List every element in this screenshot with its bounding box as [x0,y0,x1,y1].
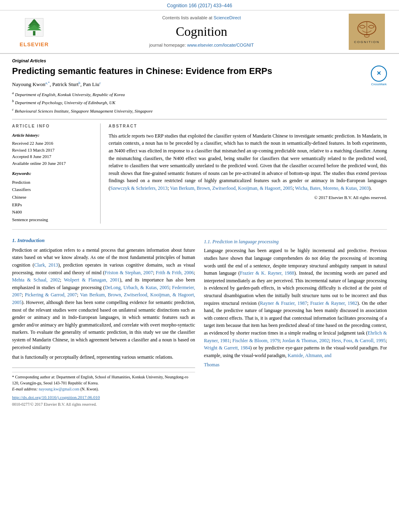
crossmark-label: CrossMark [371,82,387,86]
abstract-col: ABSTRACT This article reports two ERP st… [109,123,387,224]
abstract-header: ABSTRACT [109,123,387,129]
main-left-col: 1. Introduction Prediction or anticipati… [12,235,195,407]
ref-vanberkum2005[interactable]: Van Berkum, Brown, Zwitserlood, Kooijman… [170,185,293,191]
ref-friston2007[interactable]: Friston & Stephan, 2007 [105,270,153,275]
author-2-name: Patrick Sturt [52,81,78,87]
article-footer: * Corresponding author at: Department of… [12,368,195,407]
star-footnote: * Corresponding author at: Department of… [12,372,195,392]
ref-fischler1979[interactable]: Fischler & Bloom, 1979 [232,338,280,343]
ref-delong2005[interactable]: DeLong, Urbach, & Kutas, 2005 [105,285,169,290]
article-info-col: ARTICLE INFO Article history: Received 2… [12,123,101,224]
affil-sup-1: a [12,91,14,95]
section-label: Original Articles [12,58,387,64]
ref-frith2006[interactable]: Frith & Frith, 2006 [156,270,193,275]
journal-name: Cognition [60,23,343,41]
affil-sup-3: c [12,107,14,111]
cognition-logo-box: COGNITION [349,14,385,50]
doi-text: Cognition 166 (2017) 433–446 [167,3,232,8]
keyword-prediction: Prediction [12,179,94,186]
sub-heading-1: 1.1. Prediction in language processing [204,238,387,245]
cognition-logo-label: COGNITION [354,40,379,44]
author-1-name: Nayoung Kwon [12,81,45,87]
keyword-chinese: Chinese [12,193,94,201]
ref-wolpert2001[interactable]: Wolpert & Flanagan, 2001 [64,277,120,283]
article-title: Predicting semantic features in Chinese:… [12,66,387,77]
history-revised: Revised 13 March 2017 [12,147,94,154]
ref-wicha[interactable]: Wicha, Bates, Moreno, & Kutas, 2003 [295,185,369,191]
keyword-n400: N400 [12,208,94,216]
crossmark-icon[interactable]: ✕ [371,66,387,82]
elsevier-logo-area: ELSEVIER [8,15,60,48]
keyword-sentence: Sentence processing [12,216,94,224]
ref-frazier1982[interactable]: Frazier & Rayner, 1982 [310,300,357,306]
footnote-star-text: * Corresponding author at: Department of… [12,375,188,391]
cognition-brain-icon [355,19,379,39]
footnote-email[interactable]: nayoung.kw@gmail.com [39,387,79,391]
ref-wright1984[interactable]: Wright & Garrett, 1984 [204,345,250,351]
page: Cognition 166 (2017) 433–446 ELSEVIER [0,0,399,532]
intro-heading: 1. Introduction [12,237,195,244]
copyright-line: © 2017 Elsevier B.V. All rights reserved… [109,195,387,201]
ref-clark2013[interactable]: Clark, 2013 [34,262,58,268]
footer-doi[interactable]: http://dx.doi.org/10.1016/j.cognition.20… [12,394,195,401]
journal-center: Contents lists available at ScienceDirec… [60,15,343,49]
thomas-ref: Thomas [204,361,387,369]
keywords-label: Keywords: [12,170,94,177]
intro-para1: Prediction or anticipation refers to a m… [12,246,195,351]
ref-thomas[interactable]: Thomas [204,362,220,368]
authors-line: Nayoung Kwona,*, Patrick Sturtb, Pan Liu… [12,80,387,88]
sciencedirect-link[interactable]: ScienceDirect [214,15,241,20]
keyword-classifiers: Classifiers [12,186,94,193]
keyword-erps: ERPs [12,201,94,209]
main-right-col: 1.1. Prediction in language processing L… [204,235,387,407]
ref-pickering2007[interactable]: Pickering & Garrod, 2007 [25,292,77,298]
svg-rect-1 [33,31,35,35]
ref-hess1995[interactable]: Hess, Foss, & Carroll, 1995 [331,338,385,343]
affil-2: b Department of Psychology, University o… [12,99,387,106]
intro-para1-cont: that is functionally or perceptually def… [12,353,195,361]
ref-rayner1987[interactable]: Rayner & Frazier, 1987 [260,300,307,306]
history-online: Available online 20 June 2017 [12,160,94,167]
affil-3: c Behavioural Sciences Institute, Singap… [12,107,387,114]
journal-header: ELSEVIER Contents lists available at Sci… [0,10,399,54]
main-content: 1. Introduction Prediction or anticipati… [12,235,387,407]
author-3-name: Pan Liu [83,81,99,87]
history-accepted: Accepted 8 June 2017 [12,153,94,160]
affiliations: a Department of English, Konkuk Universi… [12,90,387,114]
elsevier-tree-icon [22,15,46,39]
author-3-sup: c [99,81,101,85]
ref-frazier1988[interactable]: Frazier & K. Rayner, 1988 [240,270,294,276]
doi-bar: Cognition 166 (2017) 433–446 [0,0,399,10]
right-col-para1: Language processing has been argued to b… [204,247,387,359]
crossmark[interactable]: ✕ CrossMark [371,66,387,86]
affil-sup-2: b [12,99,14,103]
history-received: Received 22 June 2016 [12,140,94,147]
contents-line: Contents lists available at ScienceDirec… [60,15,343,21]
homepage-line: journal homepage: www.elsevier.com/locat… [60,42,343,48]
affil-1: a Department of English, Konkuk Universi… [12,90,387,98]
footer-copyright: 0010-0277/© 2017 Elsevier B.V. All right… [12,402,195,407]
section-divider [12,229,387,230]
cognition-logo-area: COGNITION [343,14,391,50]
author-1-sup: a,* [45,81,50,85]
abstract-text: This article reports two ERP studies tha… [109,132,387,192]
ref-mehta2002[interactable]: Mehta & Schaal, 2002 [12,277,60,283]
ref-szewczyk[interactable]: Szewczyk & Schriefers, 2013 [110,185,168,191]
info-abstract-section: ARTICLE INFO Article history: Received 2… [12,119,387,224]
history-label: Article history: [12,132,94,138]
ref-jordan2002[interactable]: Jordan & Thomas, 2002 [282,338,329,343]
elsevier-label: ELSEVIER [20,41,49,48]
ref-kamide-altmann[interactable]: Kamide, Altmann, and [288,353,331,358]
article-info-header: ARTICLE INFO [12,123,94,129]
title-area: ✕ CrossMark Predicting semantic features… [12,66,387,77]
article-body: Original Articles ✕ CrossMark Predicting… [0,54,399,411]
homepage-url[interactable]: www.elsevier.com/locate/COGNIT [187,43,254,47]
